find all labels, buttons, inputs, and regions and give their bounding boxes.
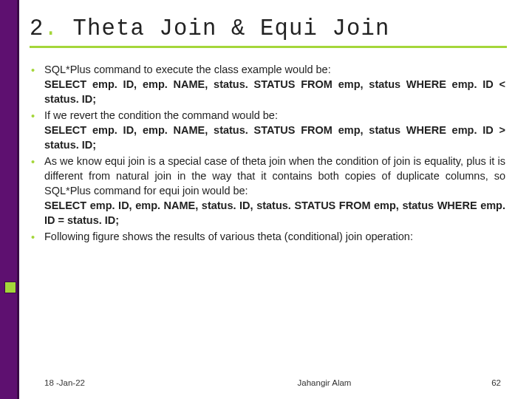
footer-date: 18 -Jan-22	[44, 378, 192, 387]
content-body: • SQL*Plus command to execute the class …	[31, 62, 505, 246]
list-item: • SQL*Plus command to execute the class …	[31, 62, 505, 106]
bullet-text: As we know equi join is a special case o…	[44, 154, 505, 228]
footer: 18 -Jan-22 Jahangir Alam 62	[44, 378, 501, 387]
footer-page: 62	[457, 378, 501, 387]
bullet-intro: As we know equi join is a special case o…	[44, 155, 505, 197]
bullet-icon: •	[31, 63, 44, 78]
slide: 2. Theta Join & Equi Join • SQL*Plus com…	[0, 0, 532, 399]
bullet-text: If we revert the condition the command w…	[44, 108, 505, 152]
bullet-icon: •	[31, 109, 44, 123]
bullet-code: SELECT emp. ID, emp. NAME, status. ID, s…	[44, 200, 505, 226]
bullet-icon: •	[31, 154, 44, 169]
bullet-intro: SQL*Plus command to execute the class ex…	[44, 64, 331, 75]
title-text: Theta Join & Equi Join	[73, 16, 390, 41]
bullet-code: SELECT emp. ID, emp. NAME, status. STATU…	[44, 78, 505, 105]
title-block: 2. Theta Join & Equi Join	[30, 16, 507, 48]
slide-title: 2. Theta Join & Equi Join	[30, 16, 507, 41]
bullet-text: Following figure shows the results of va…	[44, 229, 413, 244]
bullet-intro: If we revert the condition the command w…	[44, 109, 278, 121]
title-number: 2	[30, 16, 44, 41]
footer-author: Jahangir Alam	[192, 378, 457, 387]
list-item: • Following figure shows the results of …	[31, 229, 505, 245]
bullet-text: SQL*Plus command to execute the class ex…	[44, 62, 505, 106]
bullet-code: SELECT emp. ID, emp. NAME, status. STATU…	[44, 124, 505, 151]
list-item: • If we revert the condition the command…	[31, 108, 505, 152]
sidebar-decoration	[0, 0, 19, 399]
bullet-icon: •	[31, 230, 44, 245]
title-dot: .	[44, 16, 59, 41]
bullet-intro: Following figure shows the results of va…	[44, 231, 413, 242]
list-item: • As we know equi join is a special case…	[31, 154, 505, 228]
